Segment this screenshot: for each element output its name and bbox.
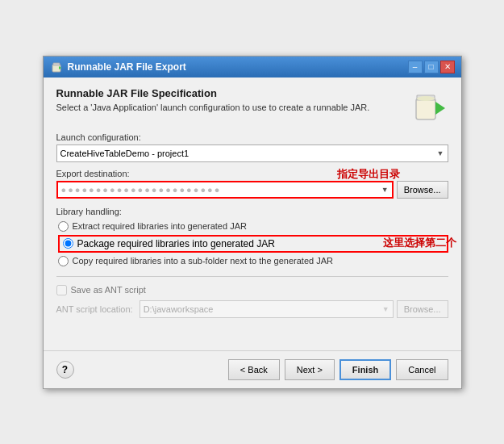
- launch-config-value: CreateHiveTableDemo - project1: [60, 149, 190, 158]
- launch-config-arrow-icon: ▼: [437, 149, 444, 157]
- footer-right: < Back Next > Finish Cancel: [228, 359, 448, 380]
- export-dest-row: ●●●●●●●●●●●●●●●●●●●●●●● ▼ Browse...: [56, 181, 448, 199]
- radio-group: Extract required libraries into generate…: [58, 221, 448, 266]
- launch-config-row: CreateHiveTableDemo - project1 ▼: [56, 145, 448, 162]
- radio-extract-label: Extract required libraries into generate…: [73, 221, 247, 231]
- library-section: Library handling: Extract required libra…: [56, 207, 448, 266]
- launch-config-label: Launch configuration:: [56, 132, 448, 142]
- dialog-body: Runnable JAR File Specification Select a…: [44, 77, 461, 342]
- help-button[interactable]: ?: [56, 361, 74, 379]
- ant-checkbox[interactable]: [56, 285, 67, 295]
- close-button[interactable]: ✕: [440, 61, 455, 73]
- radio-package[interactable]: [63, 238, 73, 249]
- dialog-description: Select a 'Java Application' launch confi…: [56, 103, 370, 112]
- ant-browse-button: Browse...: [397, 300, 448, 318]
- export-dest-input[interactable]: ●●●●●●●●●●●●●●●●●●●●●●● ▼: [56, 181, 394, 199]
- jar-title-icon: [50, 61, 63, 73]
- header-text-area: Runnable JAR File Specification Select a…: [56, 87, 370, 122]
- export-dest-arrow-icon: ▼: [381, 186, 389, 194]
- footer-left: ?: [56, 361, 74, 379]
- radio-extract[interactable]: [58, 221, 69, 232]
- export-dest-label: Export destination:: [56, 169, 448, 178]
- ant-field-row: ANT script location: D:\javaworkspace ▼ …: [56, 300, 448, 318]
- next-button[interactable]: Next >: [285, 359, 335, 380]
- title-bar-buttons: – □ ✕: [408, 61, 455, 73]
- ant-script-value: D:\javaworkspace: [144, 304, 214, 314]
- export-browse-button[interactable]: Browse...: [397, 181, 448, 199]
- radio-package-label: Package required libraries into generate…: [77, 238, 275, 249]
- cancel-button[interactable]: Cancel: [396, 359, 448, 380]
- title-bar-text: Runnable JAR File Export: [68, 61, 186, 73]
- svg-point-5: [417, 96, 435, 101]
- radio-copy[interactable]: [58, 256, 69, 266]
- title-bar-left: Runnable JAR File Export: [50, 61, 186, 73]
- finish-button[interactable]: Finish: [339, 359, 391, 380]
- ant-checkbox-label: Save as ANT script: [71, 285, 146, 295]
- launch-config-combo[interactable]: CreateHiveTableDemo - project1 ▼: [56, 145, 448, 162]
- svg-marker-6: [435, 102, 445, 115]
- ant-checkbox-row: Save as ANT script: [56, 285, 448, 295]
- ant-script-input: D:\javaworkspace ▼: [140, 300, 394, 318]
- dialog-footer: ? < Back Next > Finish Cancel: [44, 350, 461, 388]
- back-button[interactable]: < Back: [228, 359, 280, 380]
- jar-icon: [406, 84, 448, 126]
- library-option-2-box: Package required libraries into generate…: [58, 235, 448, 253]
- dialog-title: Runnable JAR File Specification: [56, 87, 370, 99]
- maximize-button[interactable]: □: [424, 61, 439, 73]
- dialog-window: Runnable JAR File Export – □ ✕ Runnable …: [43, 56, 462, 389]
- library-handling-label: Library handling:: [56, 207, 448, 216]
- title-bar: Runnable JAR File Export – □ ✕: [44, 57, 461, 77]
- library-option-3: Copy required libraries into a sub-folde…: [58, 256, 448, 266]
- minimize-button[interactable]: –: [408, 61, 423, 73]
- svg-rect-3: [416, 98, 435, 119]
- export-dest-value: ●●●●●●●●●●●●●●●●●●●●●●●: [61, 185, 222, 195]
- radio-copy-label: Copy required libraries into a sub-folde…: [73, 256, 333, 266]
- library-option-1: Extract required libraries into generate…: [58, 221, 448, 232]
- ant-script-label: ANT script location:: [56, 304, 133, 314]
- ant-section: Save as ANT script ANT script location: …: [56, 276, 448, 318]
- svg-rect-1: [53, 63, 60, 65]
- ant-script-arrow-icon: ▼: [382, 305, 389, 313]
